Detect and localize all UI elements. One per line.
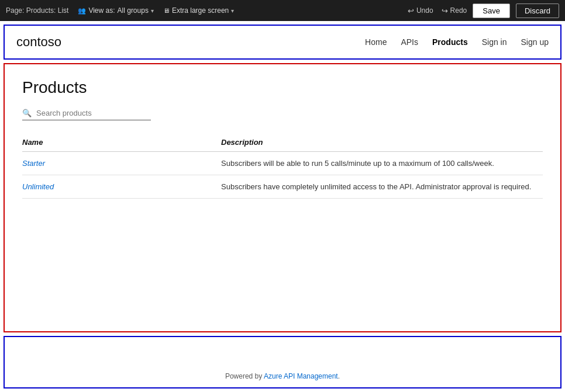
toolbar-left: Page: Products: List View as: All groups… [6, 6, 398, 15]
product-name-link[interactable]: Starter [22, 159, 45, 168]
nav-signin[interactable]: Sign in [482, 37, 507, 47]
table-row: UnlimitedSubscribers have completely unl… [22, 175, 543, 199]
footer-link[interactable]: Azure API Management [264, 372, 338, 380]
table-row: StarterSubscribers will be able to run 5… [22, 152, 543, 175]
product-description-cell: Subscribers will be able to run 5 calls/… [221, 152, 543, 175]
view-as-control[interactable]: View as: All groups ▾ [78, 6, 154, 15]
main-nav: Home APIs Products Sign in Sign up [365, 37, 549, 47]
users-icon [78, 6, 86, 15]
monitor-icon [163, 6, 170, 15]
footer-suffix: . [338, 372, 340, 380]
view-as-value: All groups [118, 6, 149, 15]
toolbar: Page: Products: List View as: All groups… [0, 0, 565, 21]
nav-apis[interactable]: APIs [401, 37, 418, 47]
screen-size-control[interactable]: Extra large screen ▾ [163, 6, 234, 15]
screen-size-label: Extra large screen [172, 6, 229, 15]
undo-redo-group: Undo Redo [408, 6, 467, 15]
product-name-link[interactable]: Unlimited [22, 182, 54, 191]
chevron-down-icon-2: ▾ [231, 8, 234, 14]
search-wrapper: 🔍 [22, 109, 151, 120]
col-header-description: Description [221, 134, 543, 152]
chevron-down-icon: ▾ [151, 8, 154, 14]
toolbar-right: Undo Redo Save Discard [408, 4, 559, 18]
page-wrapper: contoso Home APIs Products Sign in Sign … [0, 21, 565, 392]
footer-text: Powered by Azure API Management. [225, 372, 340, 380]
product-name-cell: Starter [22, 152, 221, 175]
view-as-label: View as: [88, 6, 115, 15]
nav-products[interactable]: Products [432, 37, 468, 47]
product-name-cell: Unlimited [22, 175, 221, 199]
page-label: Page: Products: List [6, 6, 68, 15]
col-header-name: Name [22, 134, 221, 152]
nav-home[interactable]: Home [365, 37, 387, 47]
products-table: Name Description StarterSubscribers will… [22, 134, 543, 199]
search-icon: 🔍 [22, 109, 32, 117]
footer-powered-by: Powered by [225, 372, 264, 380]
footer-section: Powered by Azure API Management. [4, 336, 561, 388]
logo: contoso [16, 34, 61, 50]
product-description-cell: Subscribers have completely unlimited ac… [221, 175, 543, 199]
page-title: Products [22, 78, 543, 97]
undo-button[interactable]: Undo [408, 6, 433, 15]
search-input[interactable] [36, 109, 142, 117]
content-section: Products 🔍 Name Description StarterSubsc… [4, 63, 561, 332]
save-button[interactable]: Save [473, 4, 510, 18]
undo-label: Undo [416, 6, 433, 15]
redo-icon [442, 6, 448, 15]
header-section: contoso Home APIs Products Sign in Sign … [4, 25, 561, 60]
undo-icon [408, 6, 414, 15]
redo-label: Redo [450, 6, 467, 15]
nav-signup[interactable]: Sign up [521, 37, 549, 47]
discard-button[interactable]: Discard [516, 4, 559, 18]
redo-button[interactable]: Redo [442, 6, 467, 15]
